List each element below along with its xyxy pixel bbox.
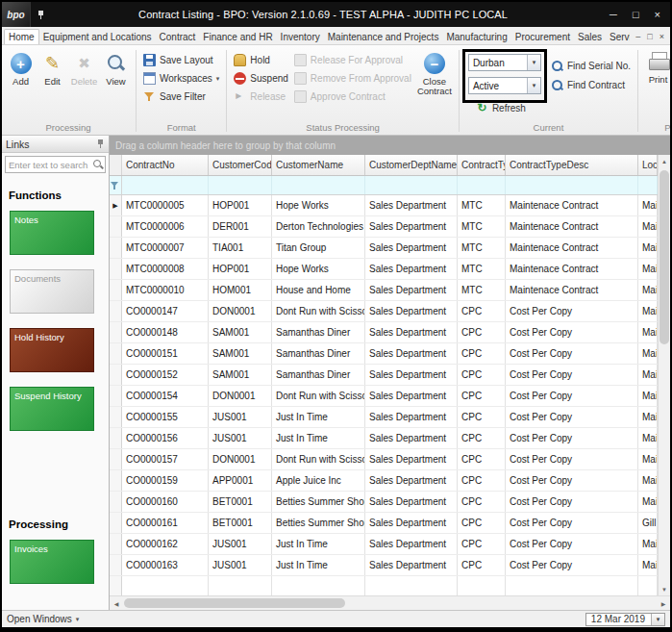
view-button[interactable]: View (100, 49, 132, 121)
table-row[interactable]: MTC0000010HOM001House and HomeSales Depa… (110, 280, 658, 301)
chevron-down-icon[interactable]: ▾ (527, 55, 540, 70)
filter-cell-customercode[interactable] (209, 176, 272, 194)
workspaces-button[interactable]: Workspaces ▾ (140, 70, 222, 87)
open-windows-label: Open Windows (7, 614, 72, 624)
column-header-contractno[interactable]: ContractNo (122, 155, 209, 175)
horizontal-scroll-track[interactable] (123, 596, 657, 610)
add-button[interactable]: Add (5, 49, 37, 121)
tab-procurement[interactable]: Procurement (511, 30, 574, 44)
horizontal-scrollbar[interactable]: ◀ ▶ (110, 595, 670, 610)
approve-contract-button[interactable]: Approve Contract (291, 88, 414, 105)
tab-maintenance-and-projects[interactable]: Maintenance and Projects (324, 30, 443, 44)
scroll-down-icon[interactable]: ▼ (659, 583, 670, 595)
sidebar-item-invoices[interactable]: Invoices (10, 540, 94, 584)
delete-button[interactable]: Delete (68, 49, 100, 121)
edit-button[interactable]: Edit (37, 49, 68, 121)
tab-equipment-and-locations[interactable]: Equipment and Locations (39, 30, 156, 44)
status-dropdown[interactable]: Active ▾ (468, 77, 541, 94)
sidebar-item-notes[interactable]: Notes (10, 211, 94, 255)
tab-sales[interactable]: Sales (574, 30, 606, 44)
filter-cell-contractno[interactable] (122, 176, 209, 194)
table-row[interactable]: ▶MTC0000005HOP001Hope WorksSales Departm… (110, 195, 658, 216)
pin-icon[interactable] (96, 139, 105, 149)
table-row[interactable]: CO0000152SAM001Samanthas DinerSales Depa… (110, 365, 658, 386)
horizontal-scroll-thumb[interactable] (124, 598, 345, 608)
sidebar-item-hold-history[interactable]: Hold History (10, 328, 94, 372)
group-by-bar[interactable]: Drag a column header here to group by th… (110, 136, 670, 155)
tab-home[interactable]: Home (4, 29, 39, 44)
column-header-customerdeptname[interactable]: CustomerDeptName (365, 155, 458, 175)
table-row[interactable]: CO0000159APP0001Apple Juice IncSales Dep… (110, 470, 658, 492)
vertical-scrollbar[interactable]: ▲ ▼ (658, 155, 670, 595)
hold-button[interactable]: Hold (231, 52, 290, 68)
column-header-customername[interactable]: CustomerName (272, 155, 365, 175)
table-row[interactable]: CO0000156JUS001Just In TimeSales Departm… (110, 428, 658, 449)
cell-contractno: CO0000163 (122, 555, 209, 575)
refresh-button[interactable]: ↻ Refresh (468, 100, 548, 116)
save-layout-button[interactable]: Save Layout (140, 52, 222, 68)
maximize-button[interactable]: □ (633, 9, 639, 20)
search-icon[interactable] (91, 158, 105, 171)
table-row[interactable]: CO0000161BET0001Betties Summer Shop at t… (110, 513, 658, 534)
chevron-down-icon[interactable]: ▾ (527, 78, 540, 93)
tab-contract[interactable]: Contract (156, 30, 200, 44)
open-windows-button[interactable]: Open Windows ▾ (7, 614, 79, 624)
filter-cell-customerdeptname[interactable] (365, 176, 458, 194)
scroll-left-icon[interactable]: ◀ (110, 600, 123, 607)
table-row[interactable]: MTC0000007TIA001Titan GroupSales Departm… (110, 238, 658, 259)
pin-icon[interactable] (37, 9, 46, 20)
tab-manufacturing[interactable]: Manufacturing (442, 30, 510, 44)
table-row[interactable]: CO0000160BET0001Betties Summer Shop at t… (110, 492, 658, 513)
search-input[interactable] (6, 160, 91, 170)
table-row[interactable]: CO0000155JUS001Just In TimeSales Departm… (110, 407, 658, 428)
cell-customerdeptname: Sales Department (365, 216, 458, 237)
close-button[interactable]: × (655, 9, 660, 20)
chevron-down-icon[interactable]: ▾ (651, 614, 664, 625)
tab-inventory[interactable]: Inventory (277, 30, 324, 44)
release-button[interactable]: Release (231, 88, 290, 105)
window-bottom-edge (2, 627, 670, 630)
refresh-label: Refresh (492, 103, 526, 114)
table-row[interactable]: MTC0000008HOP001Hope WorksSales Departme… (110, 259, 658, 280)
table-row[interactable]: MTC0000006DER001Derton TechnologiesSales… (110, 216, 658, 238)
remove-from-approval-button[interactable]: Remove From Approval (291, 70, 414, 87)
table-row[interactable]: CO0000162JUS001Just In TimeSales Departm… (110, 534, 658, 555)
vertical-scroll-thumb[interactable] (660, 170, 669, 344)
table-row[interactable]: CO0000151SAM001Samanthas DinerSales Depa… (110, 343, 658, 365)
scroll-up-icon[interactable]: ▲ (659, 155, 670, 167)
table-row[interactable]: CO0000147DON0001Dont Run with ScissorsSa… (110, 301, 658, 322)
print-button[interactable]: Print (642, 49, 670, 121)
filter-cell-contracttypedesc[interactable] (506, 176, 638, 194)
tab-service[interactable]: Service (606, 30, 630, 44)
site-dropdown[interactable]: Durban ▾ (468, 54, 541, 71)
column-header-contracttype[interactable]: ContractType (458, 155, 506, 175)
close-contract-button[interactable]: Close Contract (414, 49, 455, 121)
column-header-customercode[interactable]: CustomerCode (209, 155, 272, 175)
column-header-contracttypedesc[interactable]: ContractTypeDesc (506, 155, 638, 175)
sidebar-item-documents[interactable]: Documents (10, 269, 94, 314)
date-picker[interactable]: 12 Mar 2019 ▾ (585, 613, 665, 626)
vertical-scroll-track[interactable] (659, 167, 670, 583)
sidebar-item-suspend-history[interactable]: Suspend History (10, 387, 94, 431)
find-contract-button[interactable]: Find Contract (548, 77, 634, 93)
release-for-approval-button[interactable]: Release For Approval (291, 52, 414, 68)
scroll-right-icon[interactable]: ▶ (657, 600, 670, 607)
table-row[interactable]: CO0000163JUS001Just In TimeSales Departm… (110, 555, 658, 576)
column-header-locatio[interactable]: Locatio (638, 155, 658, 175)
find-serial-no-button[interactable]: Find Serial No. (548, 58, 634, 74)
save-filter-button[interactable]: Save Filter (140, 88, 222, 105)
app-logo-icon: bpo (2, 2, 31, 27)
suspend-button[interactable]: Suspend (231, 70, 290, 87)
child-close-button[interactable]: × (660, 32, 664, 41)
table-row[interactable]: CO0000154DON0001Dont Run with ScissorsSa… (110, 386, 658, 407)
tab-finance-and-hr[interactable]: Finance and HR (199, 30, 276, 44)
filter-cell-contracttype[interactable] (458, 176, 506, 194)
child-restore-button[interactable]: □ (647, 32, 652, 41)
table-row[interactable]: CO0000157DON0001Dont Run with ScissorsSa… (110, 449, 658, 470)
filter-cell-customername[interactable] (272, 176, 365, 194)
cell-contracttypedesc: Maintenace Contract (506, 280, 638, 300)
filter-cell-locatio[interactable] (638, 176, 658, 194)
minimize-button[interactable]: ─ (610, 9, 617, 20)
child-minimize-button[interactable]: – (635, 32, 640, 41)
table-row[interactable]: CO0000148SAM001Samanthas DinerSales Depa… (110, 322, 658, 343)
